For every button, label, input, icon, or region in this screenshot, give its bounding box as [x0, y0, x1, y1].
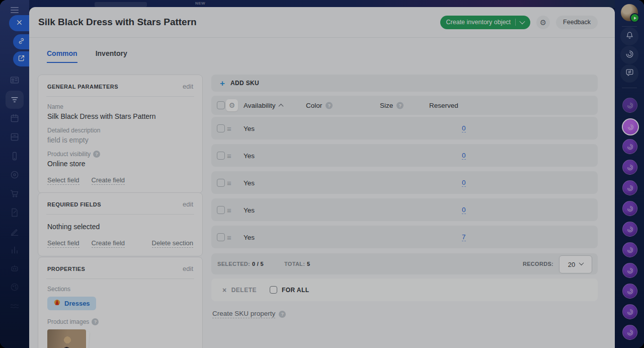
menu-icon[interactable]	[9, 4, 21, 16]
stats-nav-icon[interactable]	[9, 244, 21, 256]
row-checkbox[interactable]	[217, 233, 225, 241]
reserved-link[interactable]: 0	[462, 152, 466, 160]
contacts-nav-icon[interactable]	[9, 74, 21, 86]
drag-handle-icon[interactable]: ≡	[227, 124, 231, 132]
channel-icon[interactable]	[622, 201, 637, 216]
channel-icon[interactable]	[622, 139, 637, 154]
notifications-button[interactable]	[620, 27, 638, 45]
sections-label: Sections	[47, 286, 193, 293]
user-avatar[interactable]	[621, 4, 638, 21]
tab-inventory[interactable]: Inventory	[96, 49, 127, 63]
drag-handle-icon[interactable]: ≡	[227, 178, 231, 187]
reserved-link[interactable]: 0	[462, 124, 466, 132]
channel-icon[interactable]	[622, 160, 637, 175]
chevron-down-icon[interactable]	[519, 19, 525, 24]
channel-icon[interactable]	[622, 304, 637, 319]
create-sku-property-link[interactable]: Create SKU property	[212, 310, 275, 318]
palette-nav-icon[interactable]	[9, 281, 21, 293]
row-checkbox[interactable]	[217, 124, 225, 132]
records-per-page-select[interactable]: 20	[559, 255, 592, 273]
select-all-checkbox[interactable]	[217, 101, 225, 109]
chats-button[interactable]	[620, 64, 638, 83]
external-link-icon	[18, 54, 25, 64]
create-sku-property: Create SKU property ?	[212, 310, 286, 318]
for-all-label: FOR ALL	[282, 287, 309, 294]
section-chip-dresses[interactable]: Dresses	[47, 297, 96, 310]
channel-icon[interactable]	[622, 242, 637, 257]
row-checkbox[interactable]	[217, 152, 225, 160]
sku-row: ≡ Yes 0	[211, 117, 598, 140]
channel-icon[interactable]	[622, 180, 637, 195]
swirl-logo-icon	[625, 49, 634, 61]
add-sku-button[interactable]: + ADD SKU	[211, 75, 598, 92]
calendar-nav-icon[interactable]	[9, 112, 21, 124]
delete-label: DELETE	[231, 287, 257, 294]
help-icon[interactable]: ?	[396, 102, 404, 109]
bulk-actions-bar: × DELETE FOR ALL	[211, 279, 598, 301]
help-icon[interactable]: ?	[326, 102, 333, 109]
bot-nav-icon[interactable]	[9, 262, 21, 274]
drag-handle-icon[interactable]: ≡	[227, 151, 231, 160]
help-icon[interactable]: ?	[92, 318, 99, 325]
column-header-size[interactable]: Size ?	[380, 102, 404, 109]
for-all-checkbox[interactable]	[270, 286, 277, 294]
delete-button[interactable]: × DELETE	[222, 286, 257, 294]
targets-nav-icon[interactable]	[9, 169, 21, 181]
product-image-thumbnail[interactable]	[47, 329, 86, 348]
create-field-link[interactable]: Create field	[92, 239, 125, 248]
feedback-button[interactable]: Feedback	[556, 16, 598, 29]
column-header-reserved[interactable]: Reserved	[429, 102, 458, 109]
waves-nav-icon[interactable]	[9, 300, 21, 312]
column-header-availability[interactable]: Availability	[244, 102, 283, 109]
phone-nav-icon[interactable]	[9, 150, 21, 162]
total-value: 5	[307, 261, 310, 267]
delete-section-link[interactable]: Delete section	[152, 239, 193, 248]
section-chip-label: Dresses	[64, 300, 90, 307]
edit-required-link[interactable]: edit	[183, 200, 193, 208]
row-checkbox[interactable]	[217, 179, 225, 187]
tab-common[interactable]: Common	[47, 49, 77, 63]
settings-button[interactable]: ⚙	[536, 16, 550, 29]
channel-icon[interactable]	[622, 284, 637, 299]
divider	[46, 279, 194, 279]
availability-cell: Yes	[244, 206, 255, 214]
select-field-link[interactable]: Select field	[47, 176, 79, 185]
funnels-nav-active[interactable]	[6, 91, 24, 109]
card-title: PROPERTIES	[47, 266, 85, 272]
sku-row: ≡ Yes 0	[211, 144, 598, 167]
crm-logo-button[interactable]	[620, 46, 638, 64]
select-field-link[interactable]: Select field	[47, 239, 79, 248]
create-field-link[interactable]: Create field	[92, 176, 125, 185]
card-title: GENERAL PARAMETERS	[47, 84, 118, 90]
edit-properties-link[interactable]: edit	[183, 265, 193, 272]
column-label: Color	[306, 102, 322, 109]
table-summary-bar: SELECTED:0 / 5 TOTAL:5 RECORDS: 20	[211, 253, 598, 274]
documents-nav-icon[interactable]	[9, 206, 21, 219]
channel-icon[interactable]	[622, 325, 637, 340]
help-icon[interactable]: ?	[93, 151, 100, 158]
drag-handle-icon[interactable]: ≡	[227, 233, 231, 241]
drag-handle-icon[interactable]: ≡	[227, 205, 231, 214]
orders-cart-nav-icon[interactable]	[9, 187, 21, 199]
row-checkbox[interactable]	[217, 206, 225, 214]
divider	[46, 96, 194, 97]
edit-general-link[interactable]: edit	[183, 83, 193, 90]
storage-nav-icon[interactable]	[9, 131, 21, 143]
reserved-link[interactable]: 0	[462, 179, 466, 187]
for-all-control: FOR ALL	[270, 286, 309, 294]
column-settings-button[interactable]: ⚙	[226, 99, 238, 111]
create-inventory-object-button[interactable]: Create inventory object	[440, 16, 531, 29]
channel-icon-active[interactable]	[622, 118, 639, 135]
channel-icon[interactable]	[622, 222, 637, 237]
close-modal-button[interactable]	[9, 15, 29, 31]
background-button	[95, 2, 147, 7]
reserved-link[interactable]: 0	[462, 206, 466, 214]
signature-nav-icon[interactable]	[9, 225, 21, 237]
open-in-new-tab-button[interactable]	[13, 51, 29, 66]
help-icon[interactable]: ?	[279, 311, 286, 318]
reserved-link[interactable]: 7	[462, 233, 466, 241]
channel-icon[interactable]	[622, 263, 637, 278]
copy-link-button[interactable]	[13, 34, 29, 49]
column-header-color[interactable]: Color ?	[306, 102, 333, 109]
channel-icon[interactable]	[622, 98, 637, 113]
